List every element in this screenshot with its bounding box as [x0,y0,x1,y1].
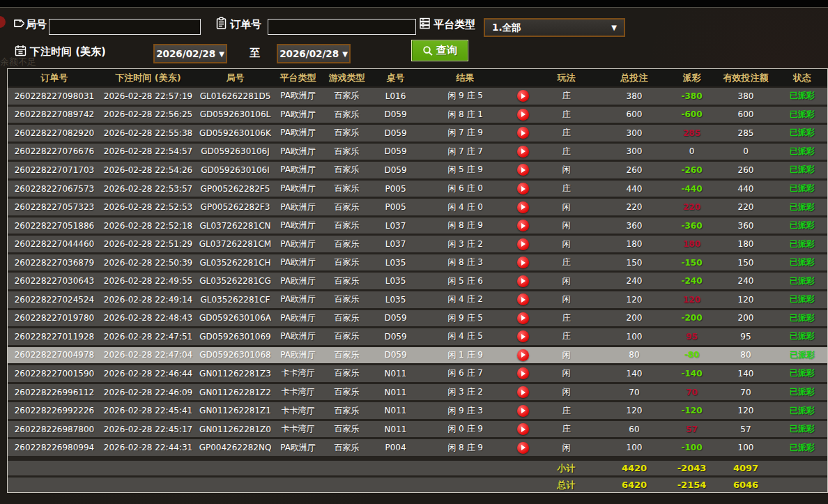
table-row[interactable]: 2602282270829202026-02-28 22:55:38GD0592… [8,125,827,144]
cell-game_no: GL035262281CG [195,276,275,286]
cell-play [512,109,533,121]
cell-play [512,127,533,139]
cell-status: 已派彩 [777,127,827,139]
cell-status: 已派彩 [777,220,827,231]
play-result-icon[interactable] [517,423,529,435]
cell-valid: 260 [714,165,777,175]
cell-game_type: 百家乐 [321,201,373,213]
cell-payout: -380 [669,91,714,101]
order-no-input[interactable] [268,19,416,35]
cell-time: 2026-02-28 22:54:57 [101,146,195,156]
table-row[interactable]: 2602282269809942026-02-28 22:44:31GP0042… [8,439,827,458]
cell-platform: PA欧洲厅 [275,164,321,176]
play-result-icon[interactable] [517,146,529,158]
cell-result: 闲 8 庄 3 [418,257,512,268]
play-result-icon[interactable] [517,349,529,361]
cell-time: 2026-02-28 22:50:39 [101,258,195,268]
play-result-icon[interactable] [517,275,529,287]
play-result-icon[interactable] [517,238,529,250]
play-result-icon[interactable] [517,330,529,342]
play-result-icon[interactable] [517,183,529,194]
table-row[interactable]: 2602282270015902026-02-28 22:46:44GN0112… [8,365,827,384]
cell-valid: 600 [714,109,777,119]
column-header-payout: 派彩 [669,72,714,84]
play-result-icon[interactable] [517,164,529,176]
table-row[interactable]: 2602282270518862026-02-28 22:52:18GL0372… [8,217,827,236]
cell-time: 2026-02-28 22:49:14 [101,295,195,305]
play-result-icon[interactable] [517,367,529,379]
play-result-icon[interactable] [517,127,529,139]
cell-result: 闲 8 庄 9 [418,220,512,231]
play-result-icon[interactable] [517,201,529,213]
cell-table_no: D059 [373,332,418,342]
cell-payout: -140 [669,369,714,379]
cell-status: 已派彩 [777,349,827,361]
cell-order: 260228227098031 [8,91,101,101]
query-button[interactable]: 查询 [411,40,468,61]
table-row[interactable]: 2602282270444602026-02-28 22:51:29GL0372… [8,236,827,254]
game-no-input[interactable] [49,19,201,35]
table-row[interactable]: 2602282270573232026-02-28 22:52:53GP0052… [8,199,827,217]
cell-payout: -240 [669,276,714,286]
cell-game_no: GN011262281Z3 [195,369,275,379]
date-from-select[interactable]: 2026/02/28 ▼ [153,44,227,63]
table-row[interactable]: 2602282269922262026-02-28 22:45:41GN0112… [8,402,827,421]
play-result-icon[interactable] [517,257,529,268]
play-result-icon[interactable] [517,386,529,398]
cell-platform: PA欧洲厅 [275,330,321,342]
column-header-result: 结果 [418,72,512,84]
cell-method: 庄 [533,257,599,268]
table-row[interactable]: 2602282270245242026-02-28 22:49:14GL0352… [8,291,827,310]
table-row[interactable]: 2602282270766762026-02-28 22:54:57GD0592… [8,144,827,162]
cell-game_no: GN011262281Z2 [195,388,275,397]
cell-time: 2026-02-28 22:45:17 [101,425,195,434]
play-result-icon[interactable] [517,220,529,231]
cell-bet: 300 [599,128,669,138]
play-result-icon[interactable] [517,312,529,324]
cell-play [512,90,533,102]
date-to-select[interactable]: 2026/02/28 ▼ [277,44,351,63]
table-row[interactable]: 2602282270717032026-02-28 22:54:26GD0592… [8,162,827,181]
play-result-icon[interactable] [517,293,529,305]
order-no-label: 订单号 [230,18,261,31]
play-result-icon[interactable] [517,90,529,102]
table-row[interactable]: 2602282270897422026-02-28 22:56:25GD0592… [8,107,827,125]
table-row[interactable]: 2602282270049782026-02-28 22:47:04GD0592… [8,347,827,366]
table-row[interactable]: 2602282270980312026-02-28 22:57:19GL0162… [8,88,827,107]
cell-order: 260228227057323 [8,202,101,212]
table-row[interactable]: 2602282270306432026-02-28 22:49:55GL0352… [8,273,827,291]
cell-method: 闲 [533,275,599,287]
table-row[interactable]: 2602282270675732026-02-28 22:53:57GP0052… [8,181,827,199]
platform-type-select[interactable]: 1.全部 ▼ [484,18,625,37]
table-row[interactable]: 2602282269961122026-02-28 22:46:09GN0112… [8,384,827,403]
cell-valid: 180 [714,239,777,249]
play-result-icon[interactable] [517,442,529,454]
column-header-status: 状态 [777,72,827,84]
cell-game_no: GD0592630106K [195,128,275,138]
column-header-time: 下注时间 (美东) [101,72,195,84]
cell-payout: 95 [669,332,714,342]
cell-payout: -260 [669,165,714,175]
cell-game_no: GP005262282F5 [195,184,275,194]
cell-order: 260228227071703 [8,165,101,175]
cell-game_no: GN011262281Z0 [195,425,275,434]
table-row[interactable]: 2602282269878002026-02-28 22:45:17GN0112… [8,421,827,440]
table-row[interactable]: 2602282270197802026-02-28 22:48:43GD0592… [8,310,827,329]
cell-status: 已派彩 [777,164,827,176]
total-payout: -2154 [669,480,714,490]
cell-bet: 240 [599,276,669,286]
cell-result: 闲 6 庄 0 [418,183,512,194]
cell-order: 260228227024524 [8,295,101,305]
cell-status: 已派彩 [777,423,827,435]
table-row[interactable]: 2602282270368792026-02-28 22:50:39GL0352… [8,254,827,273]
cell-status: 已派彩 [777,367,827,379]
cell-valid: 285 [714,128,777,138]
cell-game_no: GD0592630106L [195,109,275,119]
cell-table_no: N011 [373,388,418,397]
cell-payout: -120 [669,406,714,415]
cell-platform: PA欧洲厅 [275,312,321,324]
table-row[interactable]: 2602282270119282026-02-28 22:47:51GD0592… [8,328,827,347]
play-result-icon[interactable] [517,405,529,417]
play-result-icon[interactable] [517,109,529,121]
cell-status: 已派彩 [777,90,827,102]
